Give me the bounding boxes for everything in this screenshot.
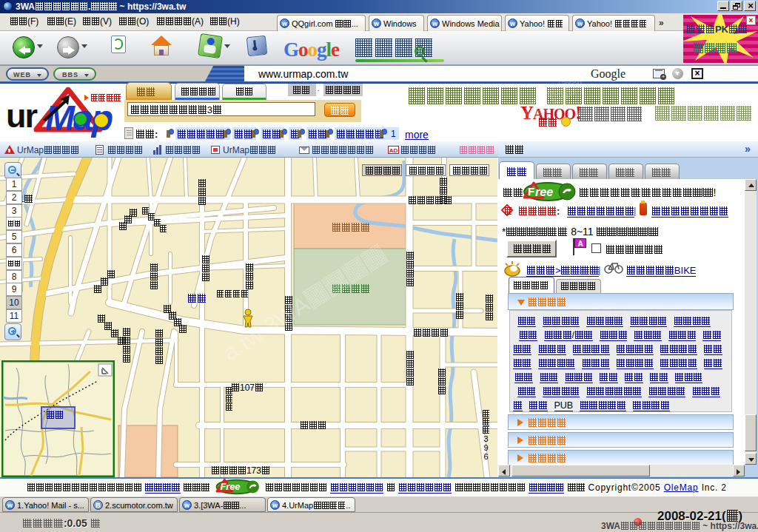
- svg-text:ur: ur: [6, 97, 37, 135]
- svg-text:Free: Free: [220, 482, 240, 492]
- svg-text:F: F: [528, 185, 534, 198]
- svg-text:ree: ree: [535, 186, 553, 198]
